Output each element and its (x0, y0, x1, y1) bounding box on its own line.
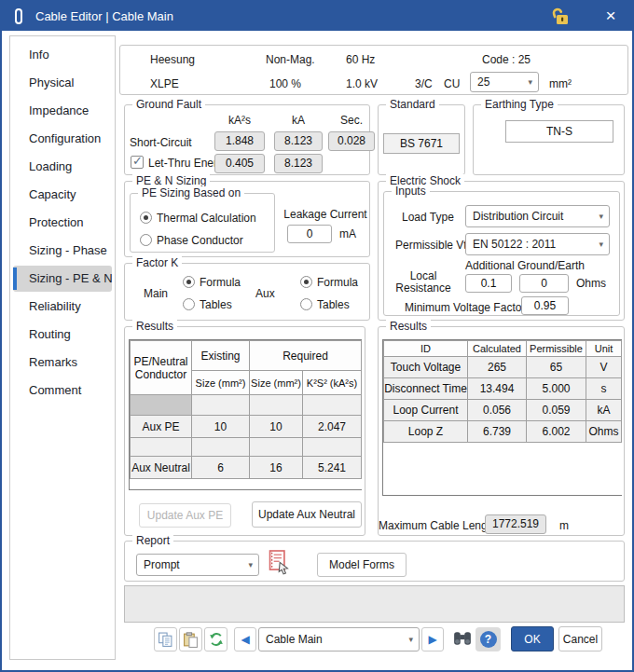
table-cell: s (586, 378, 622, 400)
results-right-title: Results (386, 320, 431, 333)
sidebar-item-capacity[interactable]: Capacity (13, 182, 112, 208)
main-formula-label: Formula (200, 276, 241, 289)
sidebar-item-physical[interactable]: Physical (13, 70, 112, 96)
results-right-group: Results ID Calculated Permissible Unit T… (378, 326, 625, 536)
table-cell: Ohms (586, 421, 622, 443)
sidebar-item-info[interactable]: Info (13, 42, 112, 68)
load-type-dropdown[interactable]: Distribution Circuit ▾ (465, 205, 610, 227)
phase-conductor-radio[interactable] (140, 234, 152, 246)
local-resistance-line1: Local (410, 269, 437, 282)
ground-fault-title: Ground Fault (132, 98, 205, 111)
next-arrow-icon: ▶ (428, 634, 436, 645)
pe-neutral-results-table: PE/Neutral Conductor Existing Required S… (129, 339, 362, 490)
ok-button[interactable]: OK (511, 626, 554, 651)
sec-header: Sec. (328, 114, 375, 127)
size-unit-label: mm² (549, 77, 572, 90)
sidebar-item-remarks[interactable]: Remarks (13, 350, 112, 376)
refresh-icon (209, 632, 224, 647)
aux-tables-label: Tables (317, 298, 350, 311)
next-item-button[interactable]: ▶ (421, 627, 444, 651)
paste-icon (183, 632, 199, 648)
window-title: Cable Editor | Cable Main (35, 2, 173, 31)
table-row: Touch Voltage 265 65 V (384, 357, 622, 378)
table-cell: V (586, 357, 622, 378)
component-selector-dropdown[interactable]: Cable Main ▾ (258, 627, 420, 651)
model-forms-button[interactable]: Model Forms (317, 553, 407, 577)
close-icon[interactable]: × (599, 2, 623, 31)
main-formula-radio[interactable] (183, 276, 195, 288)
sidebar-item-routing[interactable]: Routing (13, 322, 112, 348)
maximum-cable-length-value: 1772.519 (485, 514, 546, 534)
sidebar-item-sizing-pe-n[interactable]: Sizing - PE & N (13, 266, 112, 292)
let-thru-ka2s: 0.405 (214, 154, 265, 173)
shock-results-table: ID Calculated Permissible Unit Touch Vol… (382, 339, 622, 496)
lock-open-icon[interactable] (548, 7, 571, 26)
standard-value: BS 7671 (383, 133, 460, 154)
table-cell: 6.739 (468, 421, 527, 443)
sidebar-item-comment[interactable]: Comment (13, 377, 112, 404)
report-doc-icon[interactable] (267, 549, 291, 577)
factor-k-title: Factor K (132, 256, 182, 269)
load-type-value: Distribution Circuit (473, 210, 563, 223)
magnetic-label: Non-Mag. (266, 53, 315, 66)
size-existing-header: Size (mm²) (192, 371, 250, 395)
size-dropdown[interactable]: 25 ▾ (470, 72, 539, 92)
update-aux-pe-button[interactable]: Update Aux PE (139, 503, 231, 528)
sidebar-item-configuration[interactable]: Configuration (13, 126, 112, 152)
code-label: Code : 25 (482, 53, 531, 66)
sidebar-item-reliability[interactable]: Reliability (13, 294, 112, 320)
table-cell: 5.000 (527, 378, 586, 400)
ground-earth-resistance-input[interactable]: 0 (519, 274, 569, 293)
update-aux-neutral-button[interactable]: Update Aux Neutral (252, 501, 362, 528)
report-mode-dropdown[interactable]: Prompt ▾ (136, 554, 259, 576)
leakage-current-input[interactable]: 0 (287, 225, 332, 243)
table-cell: Aux PE (131, 416, 192, 438)
check-icon: ✓ (132, 154, 143, 168)
table-cell (131, 438, 192, 457)
table-row: Disconnect Time 13.494 5.000 s (384, 378, 622, 400)
sidebar-item-protection[interactable]: Protection (13, 210, 112, 236)
permissible-vt-label: Permissible Vt (395, 239, 467, 252)
chevron-down-icon: ▾ (248, 560, 253, 569)
minimum-voltage-factor-input[interactable]: 0.95 (521, 296, 569, 315)
earthing-type-title: Earthing Type (481, 98, 558, 111)
app-cable-icon (15, 8, 22, 24)
prev-arrow-icon: ◀ (241, 634, 249, 645)
thermal-calculation-radio[interactable] (140, 212, 152, 224)
copy-button[interactable] (154, 627, 177, 651)
refresh-button[interactable] (204, 627, 227, 651)
table-cell: 16 (250, 457, 303, 479)
sidebar-item-loading[interactable]: Loading (13, 154, 112, 180)
ka2s-header: kA²s (214, 114, 265, 127)
sidebar-item-sizing-phase[interactable]: Sizing - Phase (13, 238, 112, 264)
table-row (131, 395, 362, 416)
aux-formula-radio[interactable] (300, 276, 312, 288)
previous-item-button[interactable]: ◀ (234, 627, 256, 651)
table-row: Aux PE 10 10 2.047 (131, 416, 362, 438)
additional-resistance-input[interactable]: 0.1 (465, 274, 512, 293)
aux-tables-radio[interactable] (300, 298, 312, 310)
calculated-header: Calculated (468, 341, 527, 357)
table-cell: 6.002 (527, 421, 586, 443)
let-thru-energy-checkbox[interactable]: ✓ (131, 156, 144, 169)
ground-earth-header: Ground/Earth (517, 259, 581, 272)
cable-summary-panel: Heesung Non-Mag. 60 Hz Code : 25 XLPE 10… (119, 45, 628, 95)
permissible-vt-dropdown[interactable]: EN 50122 : 2011 ▾ (465, 233, 610, 255)
cancel-button[interactable]: Cancel (558, 626, 602, 651)
insulation-label: XLPE (150, 77, 179, 90)
paste-button[interactable] (179, 627, 202, 651)
chevron-down-icon: ▾ (599, 212, 603, 221)
main-tables-radio[interactable] (183, 298, 195, 310)
table-cell: Touch Voltage (384, 357, 468, 378)
ohms-unit-label: Ohms (576, 277, 606, 290)
pen-sizing-title: PE & N Sizing (132, 174, 210, 187)
sidebar-item-impedance[interactable]: Impedance (13, 98, 112, 124)
table-cell: Loop Z (384, 421, 468, 443)
binoculars-icon[interactable] (453, 630, 472, 647)
short-circuit-ka: 8.123 (274, 131, 323, 151)
earthing-type-group: Earthing Type TN-S (473, 104, 625, 175)
help-icon: ? (480, 631, 497, 648)
help-button[interactable]: ? (476, 627, 501, 651)
aux-formula-label: Formula (317, 276, 358, 289)
table-cell: 10 (192, 416, 250, 438)
